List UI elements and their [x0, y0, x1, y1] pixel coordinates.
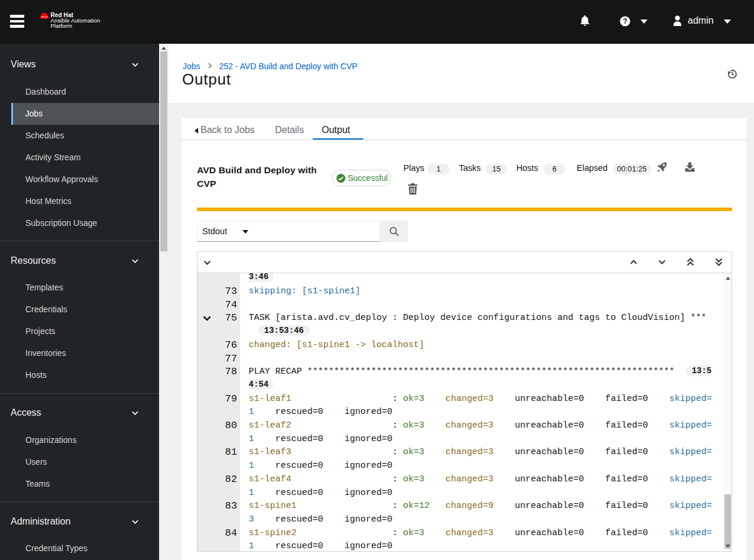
svg-text:?: ?	[623, 17, 627, 25]
